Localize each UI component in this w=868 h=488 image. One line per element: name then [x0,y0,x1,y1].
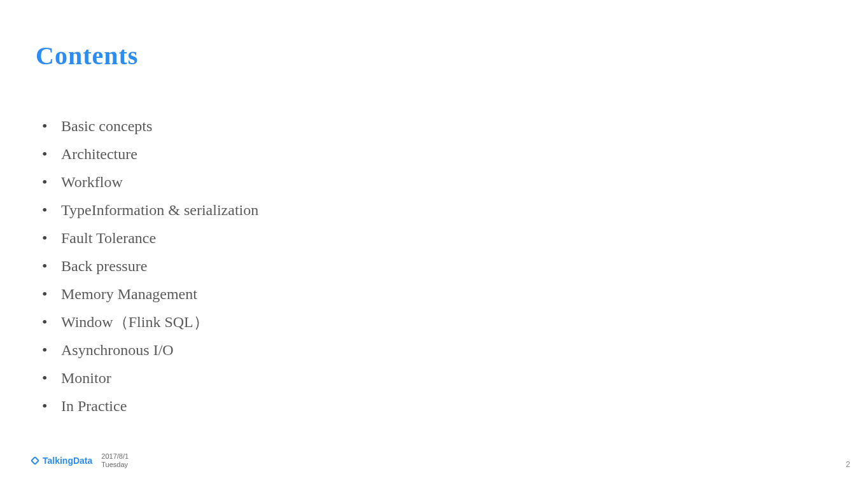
list-item-label: Window（Flink SQL） [61,308,209,336]
footer-date: 2017/8/1 [101,452,129,461]
list-item: Asynchronous I/O [42,336,258,364]
slide: Contents Basic concepts Architecture Wor… [0,0,868,488]
list-item: Window（Flink SQL） [42,308,258,336]
list-item: In Practice [42,392,258,420]
list-item: Basic concepts [42,112,258,140]
list-item-label: Basic concepts [61,112,152,140]
list-item: Memory Management [42,280,258,308]
brand-logo: TalkingData [32,456,92,466]
list-item-label: Memory Management [61,280,197,308]
list-item-label: Workflow [61,168,123,196]
date-block: 2017/8/1 Tuesday [101,452,129,469]
list-item: Workflow [42,168,258,196]
list-item: TypeInformation & serialization [42,196,258,224]
footer-day: Tuesday [101,461,129,469]
list-item-label: TypeInformation & serialization [61,196,258,224]
list-item-label: Fault Tolerance [61,224,156,252]
list-item-label: Architecture [61,140,137,168]
list-item-label: Monitor [61,364,111,392]
list-item: Back pressure [42,252,258,280]
list-item-label: Back pressure [61,252,147,280]
brand-name: TalkingData [43,456,92,466]
contents-list: Basic concepts Architecture Workflow Typ… [42,112,258,420]
slide-title: Contents [36,41,138,71]
list-item-label: In Practice [61,392,127,420]
page-number: 2 [846,460,850,469]
list-item-label: Asynchronous I/O [61,336,174,364]
footer: TalkingData 2017/8/1 Tuesday [32,452,129,469]
list-item: Architecture [42,140,258,168]
logo-mark-icon [31,456,39,465]
list-item: Monitor [42,364,258,392]
list-item: Fault Tolerance [42,224,258,252]
